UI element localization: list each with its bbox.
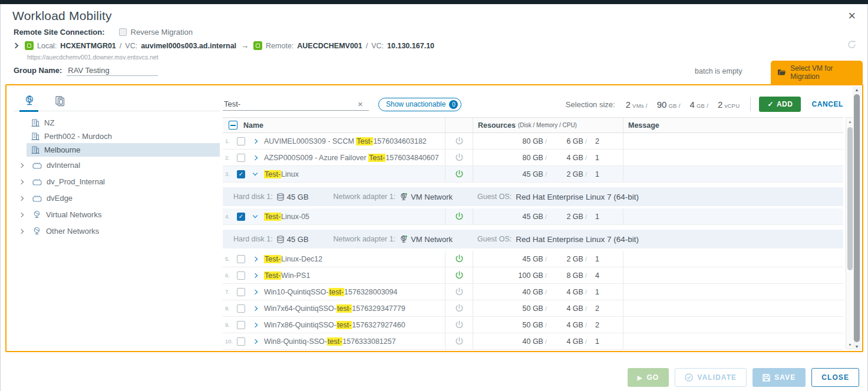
row-checkbox[interactable] bbox=[237, 304, 245, 313]
add-button[interactable]: ✓ADD bbox=[759, 97, 801, 112]
reverse-migration-label: Reverse Migration bbox=[131, 28, 193, 37]
vm-cpu: 2 bbox=[587, 304, 616, 313]
vm-memory: 8 GB/ bbox=[547, 271, 587, 280]
save-button[interactable]: SAVE bbox=[753, 368, 806, 387]
table-row[interactable]: 3. ✓ Test-Linux 45 GB/ 2 GB/ 1 bbox=[223, 166, 843, 183]
row-expand-chevron-icon[interactable] bbox=[253, 289, 258, 294]
site-connection-row[interactable]: Local: HCXENTMGR01 / VC: auvimel000s003.… bbox=[14, 41, 434, 50]
row-expand-chevron-icon[interactable] bbox=[253, 256, 258, 261]
table-row[interactable]: 4. ✓ Test-Linux-05 45 GB/ 2 GB/ 1 bbox=[223, 208, 843, 225]
tree-item-nz[interactable]: NZ bbox=[14, 116, 220, 130]
row-checkbox[interactable] bbox=[237, 137, 245, 145]
hcx-local-icon bbox=[25, 41, 34, 50]
row-expand-chevron-icon[interactable] bbox=[253, 322, 258, 327]
vm-table-area: × Show unactionable 0 Selection size: 2V… bbox=[223, 91, 843, 350]
search-highlight: test- bbox=[327, 337, 342, 346]
workload-mobility-dialog: Workload Mobility × Remote Site Connecti… bbox=[0, 4, 868, 391]
close-icon[interactable]: × bbox=[848, 9, 856, 23]
vm-message bbox=[623, 208, 843, 224]
tree-item-dvinternal[interactable]: dvInternal bbox=[14, 157, 220, 173]
row-checkbox[interactable]: ✓ bbox=[237, 170, 245, 178]
chevron-right-icon[interactable] bbox=[19, 212, 24, 217]
row-checkbox[interactable] bbox=[237, 255, 245, 263]
scroll-up-icon[interactable]: ▲ bbox=[853, 88, 861, 92]
row-checkbox[interactable] bbox=[237, 288, 245, 296]
search-input[interactable] bbox=[223, 98, 355, 110]
tree-item-melbourne[interactable]: Melbourne bbox=[27, 143, 220, 157]
row-number: 8. bbox=[223, 305, 236, 312]
folder-icon bbox=[778, 69, 786, 76]
close-button[interactable]: CLOSE bbox=[811, 368, 859, 387]
cancel-button[interactable]: CANCEL bbox=[811, 100, 843, 108]
row-expand-chevron-icon[interactable] bbox=[253, 138, 258, 143]
power-state-icon bbox=[455, 271, 464, 280]
scrollbar-thumb[interactable] bbox=[847, 127, 853, 270]
validate-button[interactable]: VALIDATE bbox=[675, 368, 747, 387]
chevron-right-icon[interactable] bbox=[19, 196, 24, 200]
reverse-migration-checkbox[interactable] bbox=[119, 28, 127, 36]
site-icon bbox=[31, 132, 39, 140]
scrollbar-thumb[interactable] bbox=[854, 94, 860, 342]
row-expand-chevron-icon[interactable] bbox=[253, 339, 258, 343]
selection-vcpu: 2vCPU bbox=[718, 100, 740, 110]
vm-memory: 4 GB/ bbox=[547, 288, 587, 296]
vm-disk: 40 GB/ bbox=[473, 337, 547, 346]
table-row[interactable]: 5. Test-Linux-Dec12 45 GB/ 2 GB/ 1 bbox=[223, 251, 843, 267]
show-unactionable-button[interactable]: Show unactionable 0 bbox=[378, 98, 461, 111]
refresh-icon[interactable] bbox=[847, 39, 857, 49]
row-expand-chevron-icon[interactable] bbox=[253, 171, 258, 175]
scroll-down-icon[interactable]: ▼ bbox=[853, 344, 861, 349]
row-expand-chevron-icon[interactable] bbox=[253, 273, 258, 277]
column-message: Message bbox=[628, 121, 659, 130]
row-checkbox[interactable] bbox=[237, 154, 245, 162]
chevron-right-icon[interactable] bbox=[19, 163, 24, 167]
table-row[interactable]: 2. AZSP000S009 - Azure Failover Test-157… bbox=[223, 150, 843, 166]
row-number: 1. bbox=[223, 138, 236, 144]
tree-item-virtual-networks[interactable]: Virtual Networks bbox=[14, 207, 220, 223]
chevron-right-icon[interactable] bbox=[19, 228, 24, 233]
table-row[interactable]: 7. Win10-QuintiqSSO-test-1576328003094 4… bbox=[223, 284, 843, 300]
separator: / bbox=[120, 42, 121, 50]
tree-item-dvedge[interactable]: dvEdge bbox=[14, 190, 220, 206]
tab-select-vm-for-migration[interactable]: Select VM for Migration bbox=[771, 61, 863, 84]
row-checkbox[interactable] bbox=[237, 321, 245, 329]
vm-name: AUVIMEL000S309 - SCCM Test-1576034603182 bbox=[264, 137, 427, 145]
power-state-icon bbox=[455, 337, 464, 346]
expand-chevron-icon[interactable] bbox=[13, 43, 19, 49]
panel-scrollbar[interactable]: ▲ ▼ bbox=[853, 87, 861, 350]
row-checkbox[interactable] bbox=[237, 337, 245, 346]
table-row[interactable]: 6. Test-Win-PS1 100 GB/ 8 GB/ 4 bbox=[223, 267, 843, 284]
tree-item-dv-prod-internal[interactable]: dv_Prod_Internal bbox=[14, 174, 220, 190]
row-expand-chevron-icon[interactable] bbox=[253, 306, 258, 310]
vm-row-list: 1. AUVIMEL000S309 - SCCM Test-1576034603… bbox=[223, 133, 843, 350]
select-all-checkbox[interactable] bbox=[229, 121, 237, 130]
guest-os-value: Red Hat Enterprise Linux 7 (64-bit) bbox=[516, 193, 639, 201]
network-icon bbox=[400, 193, 408, 201]
row-checkbox[interactable] bbox=[237, 271, 245, 280]
table-row[interactable]: 10. Win8-Quintiq-SSO-test-1576333081257 … bbox=[223, 333, 843, 350]
power-state-icon bbox=[455, 137, 464, 145]
tree-item-perth002-murdoch[interactable]: Perth002 - Murdoch bbox=[14, 130, 220, 143]
remote-label: Remote: bbox=[266, 42, 293, 50]
row-expand-chevron-icon[interactable] bbox=[253, 155, 258, 160]
row-expand-chevron-icon[interactable] bbox=[253, 213, 258, 218]
network-adapter-value: VM Network bbox=[400, 235, 453, 244]
vm-name: Test-Win-PS1 bbox=[264, 271, 310, 280]
table-row[interactable]: 9. Win7x86-QuintiqSSO-test-1576327927460… bbox=[223, 317, 843, 333]
tab-compute-icon[interactable] bbox=[52, 95, 68, 107]
power-state-icon bbox=[455, 320, 464, 329]
local-value: HCXENTMGR01 bbox=[60, 42, 115, 50]
vm-cpu: 1 bbox=[587, 170, 616, 178]
vm-memory: 2 GB/ bbox=[547, 170, 587, 178]
tab-sites-globe-icon[interactable] bbox=[22, 95, 37, 107]
clear-search-icon[interactable]: × bbox=[355, 99, 365, 109]
row-checkbox[interactable]: ✓ bbox=[237, 213, 245, 221]
table-row[interactable]: 1. AUVIMEL000S309 - SCCM Test-1576034603… bbox=[223, 133, 843, 150]
tree-item-other-networks[interactable]: Other Networks bbox=[14, 223, 220, 239]
group-name-input[interactable] bbox=[67, 65, 158, 76]
chevron-right-icon[interactable] bbox=[19, 179, 24, 184]
table-row[interactable]: 8. Win7x64-QuintiqSSO-test-1576329347779… bbox=[223, 300, 843, 317]
vm-cpu: 1 bbox=[587, 213, 616, 221]
go-button[interactable]: ▶ GO bbox=[628, 368, 669, 387]
remote-site-url: https://auecdchemv001.downer.msv.entsvcs… bbox=[27, 54, 159, 61]
